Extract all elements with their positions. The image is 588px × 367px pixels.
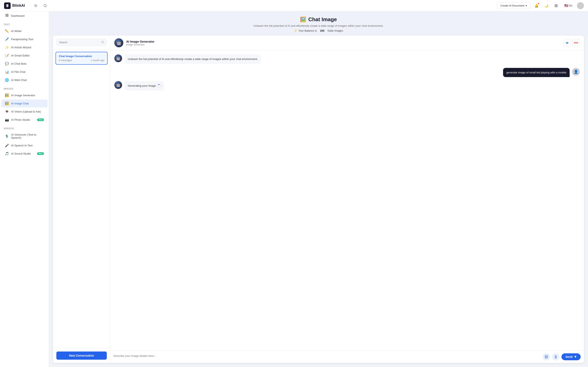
- balance-prefix: Your Balance is: [298, 29, 317, 32]
- sidebar-label-photo-studio: AI Photo Studio: [11, 118, 30, 121]
- sidebar-label-speech-to-text: AI Speech to Text: [11, 144, 33, 147]
- search-icon[interactable]: [42, 2, 49, 9]
- sound-studio-badge: New: [37, 152, 44, 155]
- svg-rect-4: [555, 4, 556, 6]
- text-section-label: TEXT: [0, 20, 49, 27]
- chat-header-info: AI Image Generator Image Generator: [126, 40, 561, 46]
- sidebar-label-file-chat: AI File Chat: [11, 70, 26, 73]
- mic-icon-button[interactable]: [552, 353, 559, 360]
- create-doc-label: Create AI Document: [501, 4, 524, 7]
- export-pdf-button[interactable]: PDF: [572, 39, 580, 47]
- file-chat-icon: 📊: [5, 70, 9, 74]
- hamburger-icon[interactable]: [32, 2, 39, 9]
- chevron-down-icon: ▾: [526, 4, 527, 7]
- sidebar-item-chat-bots[interactable]: 💬 AI Chat Bots: [1, 60, 48, 68]
- pdf-icon: PDF: [574, 42, 579, 44]
- chat-bots-icon: 💬: [5, 62, 9, 66]
- svg-rect-6: [555, 6, 556, 7]
- generating-text: Generating your image: [128, 83, 156, 88]
- sidebar: Dashboard TEXT ✏️ AI Writer 🖊️ Paraphras…: [0, 11, 49, 367]
- sidebar-item-voiceover[interactable]: 🎙️ AI Voiceover (Text to Speech): [1, 131, 48, 141]
- loading-spinner: [157, 84, 161, 87]
- svg-rect-11: [7, 16, 8, 17]
- export-word-button[interactable]: W: [563, 39, 571, 47]
- sidebar-label-ai-writer: AI Writer: [11, 30, 22, 33]
- top-navigation: BlinkAI Create AI Document ▾ 🔔 🌙 🇺🇸 En: [0, 0, 588, 11]
- dark-mode-icon[interactable]: 🌙: [543, 2, 550, 9]
- voiceover-icon: 🎙️: [5, 134, 9, 138]
- sidebar-item-dashboard[interactable]: Dashboard: [1, 12, 48, 20]
- page-title-text: Chat Image: [308, 16, 337, 23]
- image-generator-icon: 🖼️: [5, 93, 9, 97]
- chat-bot-name: AI Image Generator: [126, 40, 561, 43]
- dashboard-icon: [5, 14, 9, 18]
- chat-input-area: Send: [110, 350, 584, 363]
- sidebar-item-photo-studio[interactable]: 📷 AI Photo Studio New: [1, 116, 48, 124]
- balance-suffix: Dalle Images: [328, 29, 343, 32]
- user-message-avatar: 👤: [572, 68, 580, 76]
- message-bubble: Unleash the full potential of AI and eff…: [125, 54, 261, 64]
- conv-meta: 0 messages 1 month ago: [59, 59, 104, 62]
- send-label: Send: [566, 355, 572, 359]
- search-input[interactable]: [59, 41, 100, 44]
- message-row: 👤 generate image of small kid playing wi…: [114, 68, 580, 77]
- sidebar-label-voiceover: AI Voiceover (Text to Speech): [11, 133, 44, 139]
- sidebar-item-speech-to-text[interactable]: 🎤 AI Speech to Text: [1, 142, 48, 150]
- sidebar-item-image-chat[interactable]: 🖼️ AI Image Chat: [1, 100, 48, 108]
- user-avatar[interactable]: [577, 2, 584, 9]
- nav-icons: [32, 2, 49, 9]
- sidebar-item-ai-writer[interactable]: ✏️ AI Writer: [1, 27, 48, 35]
- bot-message-avatar: 🤖: [114, 81, 122, 89]
- sidebar-item-sound-studio[interactable]: 🎵 AI Sound Studio New: [1, 150, 48, 158]
- new-conversation-button[interactable]: New Conversation: [56, 351, 107, 360]
- speech-to-text-icon: 🎤: [5, 143, 9, 147]
- svg-point-14: [545, 356, 546, 357]
- sidebar-label-chat-bots: AI Chat Bots: [11, 62, 26, 65]
- notifications-icon[interactable]: 🔔: [533, 2, 540, 9]
- sidebar-label-article-wizard: AI Article Wizard: [11, 46, 31, 49]
- sidebar-item-paraphrasing[interactable]: 🖊️ Paraphrasing Tool: [1, 35, 48, 43]
- sidebar-item-smart-editor[interactable]: 📝 AI Smart Editor: [1, 52, 48, 59]
- search-icon: [101, 41, 104, 44]
- balance-amount: 100: [320, 29, 324, 32]
- send-button[interactable]: Send: [562, 353, 581, 360]
- chat-messages: 🤖 Unleash the full potential of AI and e…: [110, 50, 584, 350]
- language-button[interactable]: 🇺🇸 En: [562, 2, 575, 9]
- sidebar-item-file-chat[interactable]: 📊 AI File Chat: [1, 68, 48, 76]
- sidebar-item-vision[interactable]: 👁️ AI Vision (Upload & Ask): [1, 108, 48, 116]
- notification-badge: [538, 3, 539, 4]
- sound-studio-icon: 🎵: [5, 152, 9, 156]
- bot-avatar: 🤖: [114, 38, 123, 47]
- web-chat-icon: 🌐: [5, 78, 9, 82]
- sidebar-item-article-wizard[interactable]: ✨ AI Article Wizard: [1, 43, 48, 51]
- dashboard-label: Dashboard: [11, 14, 25, 17]
- speech-section-label: SPEECH: [0, 124, 49, 131]
- page-title: 🖼️ Chat Image: [57, 16, 580, 23]
- image-chat-icon: 🖼️: [5, 101, 9, 105]
- chat-header-actions: W PDF: [563, 39, 580, 47]
- svg-rect-10: [6, 16, 7, 17]
- search-input-wrap: [56, 39, 107, 46]
- app-logo[interactable]: BlinkAI: [4, 2, 25, 9]
- conversation-item[interactable]: Chat Image Conversation 0 messages 1 mon…: [56, 52, 108, 65]
- conv-time: 1 month ago: [91, 59, 104, 62]
- page-title-icon: 🖼️: [300, 17, 306, 22]
- grid-icon[interactable]: [553, 2, 560, 9]
- logo-text: BlinkAI: [12, 3, 25, 8]
- create-doc-button[interactable]: Create AI Document ▾: [497, 2, 530, 9]
- page-subtitle: Unleash the full potential of AI and eff…: [57, 24, 580, 27]
- bot-message-avatar: 🤖: [114, 54, 122, 62]
- main-layout: Dashboard TEXT ✏️ AI Writer 🖊️ Paraphras…: [0, 11, 588, 367]
- svg-point-12: [102, 41, 104, 43]
- chat-input[interactable]: [113, 354, 541, 360]
- new-conversation-area: New Conversation: [53, 348, 110, 363]
- smart-editor-icon: 📝: [5, 54, 9, 58]
- sidebar-item-image-generator[interactable]: 🖼️ AI Image Generator: [1, 91, 48, 99]
- attach-icon-button[interactable]: [543, 353, 550, 360]
- message-row: 🤖 Unleash the full potential of AI and e…: [114, 54, 580, 64]
- word-icon: W: [566, 42, 568, 44]
- article-wizard-icon: ✨: [5, 45, 9, 49]
- sidebar-item-web-chat[interactable]: 🌐 AI Web Chat: [1, 76, 48, 84]
- user-message-bubble: generate image of small kid playing with…: [503, 68, 570, 77]
- balance-info: ⚡ Your Balance is 100 Dalle Images: [294, 29, 343, 32]
